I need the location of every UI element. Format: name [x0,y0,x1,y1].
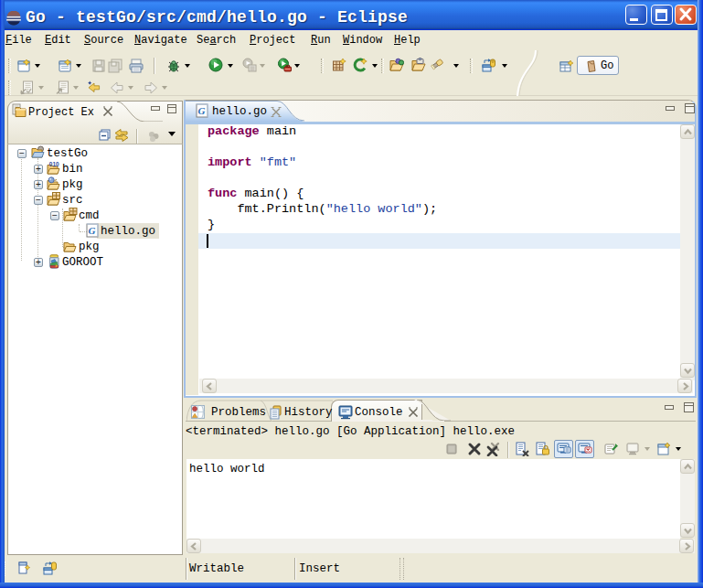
svg-text:G: G [89,225,96,236]
svg-text:G: G [198,105,206,116]
svg-text:010: 010 [49,161,59,167]
